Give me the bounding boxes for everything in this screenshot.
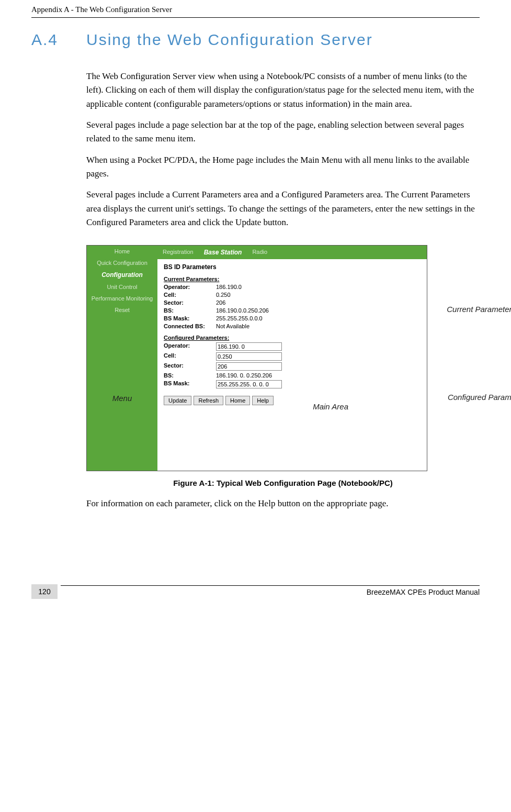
top-divider: [31, 17, 480, 18]
configured-operator-row: Operator:: [164, 342, 421, 351]
current-connected-value: Not Available: [216, 323, 421, 329]
configured-bsmask-input[interactable]: [216, 380, 282, 388]
current-bs-label: BS:: [164, 307, 216, 314]
page-number: 120: [31, 584, 58, 599]
current-operator-label: Operator:: [164, 284, 216, 290]
paragraph-2: Several pages include a page selection b…: [86, 118, 480, 146]
current-operator-value: 186.190.0: [216, 284, 421, 290]
content-panel: BS ID Parameters Current Parameters: Ope…: [157, 259, 427, 410]
paragraph-1: The Web Configuration Server view when u…: [86, 70, 480, 111]
home-button[interactable]: Home: [225, 396, 250, 405]
configured-bsmask-label: BS Mask:: [164, 380, 216, 388]
tab-bar: Registration Base Station Radio: [157, 246, 427, 259]
configured-operator-label: Operator:: [164, 342, 216, 351]
configured-cell-row: Cell:: [164, 352, 421, 361]
section-number: A.4: [31, 31, 86, 49]
tab-base-station[interactable]: Base Station: [204, 249, 242, 256]
update-button[interactable]: Update: [164, 396, 191, 405]
current-parameters-heading: Current Parameters:: [164, 276, 421, 282]
configured-parameters-heading: Configured Parameters:: [164, 335, 421, 341]
refresh-button[interactable]: Refresh: [194, 396, 223, 405]
configured-cell-input[interactable]: [216, 352, 282, 361]
configured-bs-label: BS:: [164, 372, 216, 379]
current-bsmask-row: BS Mask: 255.255.255.0.0.0: [164, 315, 421, 321]
section-title: Using the Web Configuration Server: [86, 31, 373, 48]
current-operator-row: Operator: 186.190.0: [164, 284, 421, 290]
annotation-current-parameters: Current Parameters: [447, 305, 511, 314]
sidebar-item-home[interactable]: Home: [87, 246, 157, 257]
annotation-configured-parameters: Configured Parameters: [448, 393, 511, 402]
current-sector-row: Sector: 206: [164, 299, 421, 306]
paragraph-5: For information on each parameter, click…: [86, 497, 480, 510]
footer-divider: BreezeMAX CPEs Product Manual: [61, 585, 480, 586]
sidebar-item-performance-monitoring[interactable]: Performance Monitoring: [87, 293, 157, 304]
panel-title: BS ID Parameters: [164, 263, 421, 271]
figure-a1: Home Quick Configuration Configuration U…: [86, 245, 427, 471]
sidebar-item-configuration[interactable]: Configuration: [87, 269, 157, 281]
main-area: Registration Base Station Radio BS ID Pa…: [157, 246, 427, 471]
current-bsmask-value: 255.255.255.0.0.0: [216, 315, 421, 321]
sidebar-item-unit-control[interactable]: Unit Control: [87, 281, 157, 293]
sidebar-item-reset[interactable]: Reset: [87, 304, 157, 316]
appendix-header: Appendix A - The Web Configuration Serve…: [31, 5, 480, 14]
section-heading: A.4Using the Web Configuration Server: [31, 31, 480, 49]
configured-sector-input[interactable]: [216, 362, 282, 371]
menu-annotation: Menu: [87, 394, 157, 403]
current-bsmask-label: BS Mask:: [164, 315, 216, 321]
annotation-main-area: Main Area: [313, 402, 348, 411]
current-sector-value: 206: [216, 299, 421, 306]
configured-bs-value: 186.190. 0. 0.250.206: [216, 372, 421, 379]
current-cell-label: Cell:: [164, 292, 216, 298]
paragraph-4: Several pages include a Current Paramete…: [86, 188, 480, 229]
tab-radio[interactable]: Radio: [252, 249, 267, 256]
manual-title: BreezeMAX CPEs Product Manual: [367, 588, 480, 596]
configured-sector-label: Sector:: [164, 362, 216, 371]
current-connected-label: Connected BS:: [164, 323, 216, 329]
button-row: Update Refresh Home Help: [164, 396, 421, 405]
page-footer: 120 BreezeMAX CPEs Product Manual: [31, 584, 480, 599]
figure-caption: Figure A-1: Typical Web Configuration Pa…: [86, 479, 480, 487]
configured-cell-label: Cell:: [164, 352, 216, 361]
configured-sector-row: Sector:: [164, 362, 421, 371]
paragraph-3: When using a Pocket PC/PDA, the Home pag…: [86, 153, 480, 181]
configured-operator-input[interactable]: [216, 342, 282, 351]
help-button[interactable]: Help: [252, 396, 274, 405]
configured-bsmask-row: BS Mask:: [164, 380, 421, 388]
configured-bs-row: BS: 186.190. 0. 0.250.206: [164, 372, 421, 379]
current-bs-value: 186.190.0.0.250.206: [216, 307, 421, 314]
current-cell-row: Cell: 0.250: [164, 292, 421, 298]
current-connected-row: Connected BS: Not Available: [164, 323, 421, 329]
sidebar-item-quick-configuration[interactable]: Quick Configuration: [87, 257, 157, 269]
current-bs-row: BS: 186.190.0.0.250.206: [164, 307, 421, 314]
tab-registration[interactable]: Registration: [163, 249, 194, 256]
current-sector-label: Sector:: [164, 299, 216, 306]
sidebar-menu: Home Quick Configuration Configuration U…: [87, 246, 157, 471]
current-cell-value: 0.250: [216, 292, 421, 298]
